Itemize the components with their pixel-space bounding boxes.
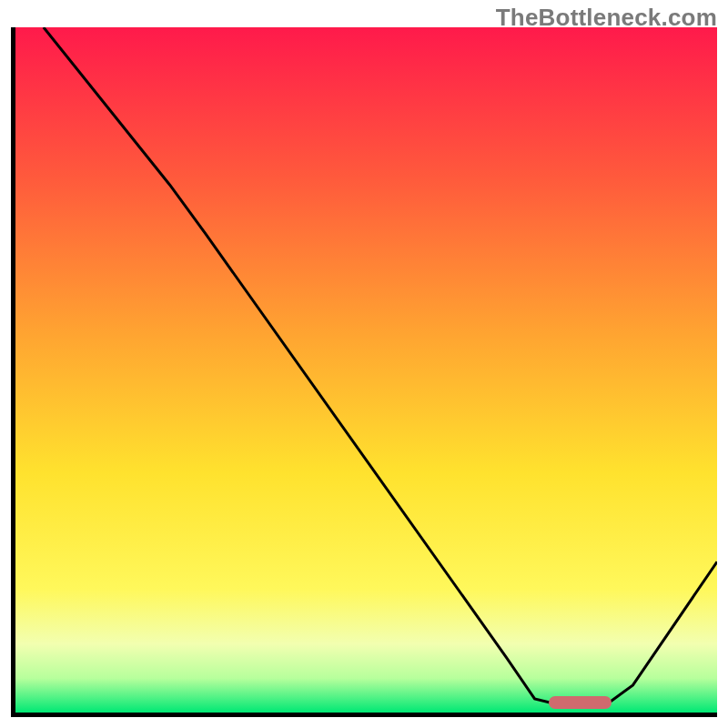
optimal-range-marker: [549, 696, 612, 709]
bottleneck-chart: TheBottleneck.com: [0, 0, 728, 728]
plot-area: [15, 27, 717, 713]
plot-frame: [11, 27, 717, 717]
bottleneck-curve-path: [44, 27, 717, 705]
watermark-text: TheBottleneck.com: [496, 4, 717, 32]
curve-layer: [15, 27, 717, 713]
